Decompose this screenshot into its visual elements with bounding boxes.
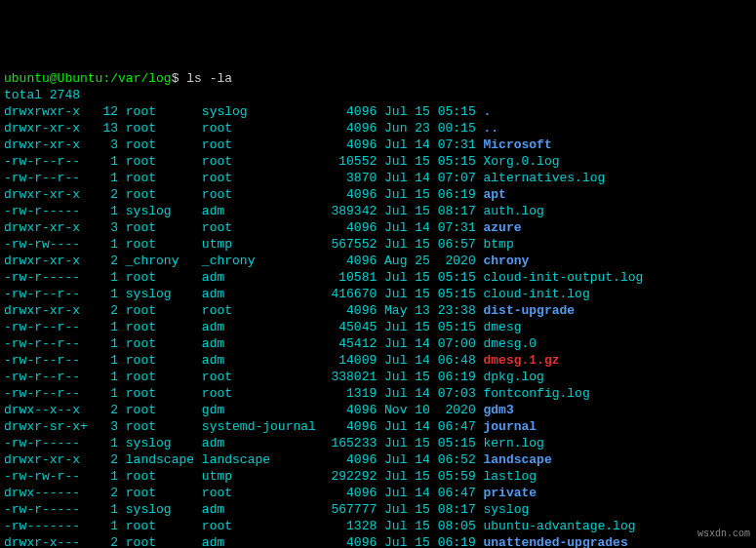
file-name: azure	[483, 220, 521, 235]
prompt-path: /var/log	[110, 71, 171, 86]
total-line: total 2748	[4, 88, 80, 102]
file-name: dmesg	[483, 320, 521, 334]
prompt-dollar: $	[172, 71, 179, 86]
list-row: -rw-rw---- 1 root utmp 567552 Jul 15 06:…	[4, 236, 752, 253]
file-name: apt	[483, 187, 505, 202]
list-row: -rw-r--r-- 1 root adm 14009 Jul 14 06:48…	[4, 352, 752, 369]
list-row: -rw------- 1 root root 1328 Jul 15 08:05…	[4, 518, 752, 534]
file-name: chrony	[483, 254, 529, 268]
list-row: -rw-r--r-- 1 root adm 45045 Jul 15 05:15…	[4, 319, 752, 335]
list-row: -rw-r----- 1 syslog adm 389342 Jul 15 08…	[4, 203, 752, 219]
file-name: private	[483, 486, 537, 500]
list-row: drwxr-xr-x 3 root root 4096 Jul 14 07:31…	[4, 137, 752, 153]
list-row: drwxr-sr-x+ 3 root systemd-journal 4096 …	[4, 418, 752, 435]
list-row: drwxr-xr-x 2 landscape landscape 4096 Ju…	[4, 451, 752, 468]
file-name: lastlog	[483, 469, 537, 484]
file-name: Xorg.0.log	[483, 154, 559, 169]
file-name: Microsoft	[483, 137, 551, 152]
list-row: -rw-r--r-- 1 root adm 45412 Jul 14 07:00…	[4, 335, 752, 352]
command-text: ls -la	[186, 71, 232, 86]
list-row: -rw-r----- 1 root adm 10581 Jul 15 05:15…	[4, 269, 752, 286]
list-row: drwxr-xr-x 2 _chrony _chrony 4096 Aug 25…	[4, 253, 752, 269]
watermark: wsxdn.com	[697, 526, 750, 542]
file-name: dmesg.0	[483, 336, 537, 351]
prompt-user-host: ubuntu@Ubuntu	[4, 71, 102, 86]
list-row: -rw-r--r-- 1 root root 3870 Jul 14 07:07…	[4, 170, 752, 186]
file-name: kern.log	[483, 436, 543, 450]
file-name: dist-upgrade	[483, 303, 575, 318]
file-name: journal	[483, 419, 537, 434]
list-row: drwxrwxr-x 12 root syslog 4096 Jul 15 05…	[4, 103, 752, 120]
file-name: ..	[483, 121, 498, 136]
list-row: -rw-r----- 1 syslog adm 567777 Jul 15 08…	[4, 501, 752, 518]
file-name: dpkg.log	[483, 370, 543, 384]
file-name: landscape	[483, 452, 551, 467]
list-row: drwxr-xr-x 3 root root 4096 Jul 14 07:31…	[4, 219, 752, 236]
file-name: syslog	[483, 502, 529, 517]
file-name: btmp	[483, 237, 513, 252]
file-name: ubuntu-advantage.log	[483, 519, 635, 533]
list-row: -rw-r--r-- 1 root root 338021 Jul 15 06:…	[4, 369, 752, 385]
list-row: drwxr-xr-x 2 root root 4096 May 13 23:38…	[4, 302, 752, 319]
file-name: auth.log	[483, 204, 543, 218]
list-row: -rw-r----- 1 syslog adm 165233 Jul 15 05…	[4, 435, 752, 451]
list-row: -rw-r--r-- 1 root root 1319 Jul 14 07:03…	[4, 385, 752, 402]
list-row: drwxr-xr-x 2 root root 4096 Jul 15 06:19…	[4, 186, 752, 203]
file-name: .	[483, 104, 491, 119]
list-row: drwxr-x--- 2 root adm 4096 Jul 15 06:19 …	[4, 534, 752, 548]
file-name: unattended-upgrades	[483, 535, 627, 548]
list-row: drwxr-xr-x 13 root root 4096 Jun 23 00:1…	[4, 120, 752, 137]
list-row: drwx------ 2 root root 4096 Jul 14 06:47…	[4, 485, 752, 501]
file-name: dmesg.1.gz	[483, 353, 559, 368]
file-name: cloud-init-output.log	[483, 270, 643, 285]
list-row: -rw-rw-r-- 1 root utmp 292292 Jul 15 05:…	[4, 468, 752, 485]
terminal[interactable]: ubuntu@Ubuntu:/var/log$ ls -la total 274…	[4, 70, 752, 548]
list-row: drwx--x--x 2 root gdm 4096 Nov 10 2020 g…	[4, 402, 752, 418]
list-row: -rw-r--r-- 1 syslog adm 416670 Jul 15 05…	[4, 286, 752, 302]
file-name: gdm3	[483, 403, 513, 417]
file-listing: drwxrwxr-x 12 root syslog 4096 Jul 15 05…	[4, 103, 752, 548]
file-name: alternatives.log	[483, 171, 605, 185]
file-name: cloud-init.log	[483, 287, 589, 301]
file-name: fontconfig.log	[483, 386, 589, 401]
list-row: -rw-r--r-- 1 root root 10552 Jul 15 05:1…	[4, 153, 752, 170]
